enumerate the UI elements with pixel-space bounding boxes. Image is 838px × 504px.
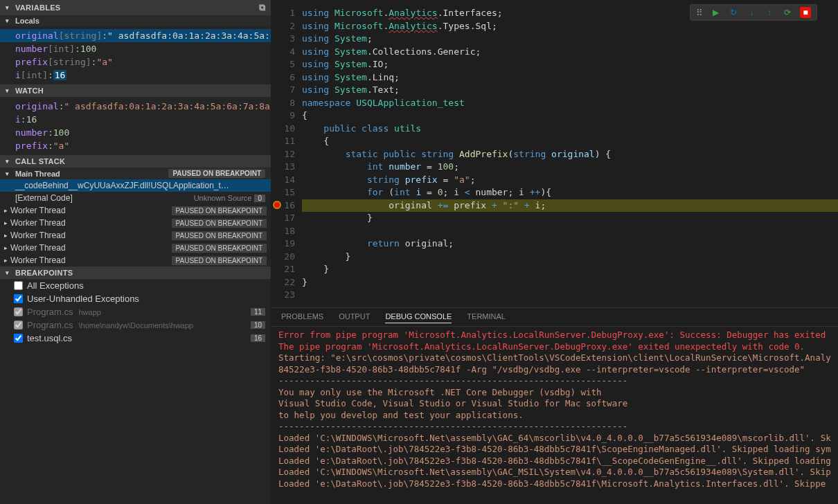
breakpoint-checkbox[interactable]: [14, 334, 23, 343]
watch-title: WATCH: [15, 87, 44, 95]
breakpoint-checkbox[interactable]: [14, 307, 23, 316]
watch-row[interactable]: prefix: "a": [0, 139, 271, 152]
watch-list: original: " asdfasdfa:0a:1a:2a:3a:4a:5a:…: [0, 97, 271, 155]
chevron-down-icon: ▾: [6, 170, 12, 177]
locals-header[interactable]: ▾ Locals: [0, 15, 271, 26]
console-line: The pipe program 'Microsoft.Analytics.Lo…: [278, 341, 831, 353]
restart-button[interactable]: ⟳: [782, 7, 793, 18]
code-line[interactable]: original += prefix + ":" + i;: [302, 199, 838, 213]
console-line: You may only use the Microsoft .NET Core…: [278, 387, 831, 399]
locals-list: original [string]: " asdfasdfa:0a:1a:2a:…: [0, 26, 271, 84]
breakpoint-checkbox[interactable]: [14, 294, 23, 303]
debug-toolbar[interactable]: ⠿ ▶ ↻ ↓ ↑ ⟳ ■: [690, 4, 817, 21]
breakpoints-list: All ExceptionsUser-Unhandled ExceptionsP…: [0, 279, 271, 345]
debug-sidebar: ▾ VARIABLES ⧉ ▾ Locals original [string]…: [0, 0, 271, 504]
debug-console[interactable]: Error from pipe program 'Microsoft.Analy…: [271, 327, 838, 504]
panel-tabs: PROBLEMS OUTPUT DEBUG CONSOLE TERMINAL: [271, 308, 838, 327]
tab-problems[interactable]: PROBLEMS: [281, 312, 323, 323]
breakpoint-checkbox[interactable]: [14, 281, 23, 290]
tab-output[interactable]: OUTPUT: [339, 312, 370, 323]
step-out-button[interactable]: ↑: [764, 7, 775, 18]
console-line: to help you develop and test your applic…: [278, 410, 831, 422]
chevron-down-icon: ▾: [6, 4, 12, 11]
code-line[interactable]: {: [302, 135, 838, 148]
console-line: Error from pipe program 'Microsoft.Analy…: [278, 330, 831, 341]
breakpoints-header[interactable]: ▾ BREAKPOINTS: [0, 267, 271, 279]
code-line[interactable]: using System.IO;: [302, 58, 838, 71]
editor-code[interactable]: using Microsoft.Analytics.Interfaces;usi…: [299, 0, 838, 307]
code-line[interactable]: [302, 289, 838, 302]
main-thread-row[interactable]: ▾ Main Thread PAUSED ON BREAKPOINT: [0, 168, 271, 179]
console-line: ----------------------------------------…: [278, 421, 831, 433]
code-line[interactable]: [302, 225, 838, 238]
step-over-button[interactable]: ↻: [728, 7, 739, 18]
breakpoint-row[interactable]: test.usql.cs16: [0, 332, 271, 345]
tab-terminal[interactable]: TERMINAL: [467, 312, 506, 323]
code-line[interactable]: return original;: [302, 237, 838, 251]
breakpoint-row[interactable]: User-Unhandled Exceptions: [0, 292, 271, 305]
code-line[interactable]: }: [302, 212, 838, 225]
tab-debug-console[interactable]: DEBUG CONSOLE: [385, 312, 452, 323]
console-line: Loaded 'C:\WINDOWS\Microsoft.Net\assembl…: [278, 467, 831, 478]
code-line[interactable]: public class utils: [302, 123, 838, 136]
code-line[interactable]: for (int i = 0; i < number; i ++){: [302, 186, 838, 199]
code-line[interactable]: }: [302, 251, 838, 264]
code-line[interactable]: }: [302, 263, 838, 276]
console-line: Loaded 'e:\DataRoot\.job\784522e3-f3b8-4…: [278, 456, 831, 467]
code-line[interactable]: using System.Collections.Generic;: [302, 46, 838, 59]
console-line: Starting: "e:\src\cosmos\private\cosmos\…: [278, 352, 831, 364]
watch-row[interactable]: i: 16: [0, 113, 271, 126]
console-line: 84522e3-f3b8-4520-86b3-48dbb5c7841f -Arg…: [278, 364, 831, 376]
watch-row[interactable]: original: " asdfasdfa:0a:1a:2a:3a:4a:5a:…: [0, 100, 271, 113]
breakpoint-checkbox[interactable]: [14, 321, 23, 330]
code-line[interactable]: using System.Text;: [302, 84, 838, 97]
watch-header[interactable]: ▾ WATCH: [0, 84, 271, 97]
worker-thread-row[interactable]: ▸Worker ThreadPAUSED ON BREAKPOINT: [0, 229, 271, 242]
code-line[interactable]: using System;: [302, 33, 838, 46]
console-line: Loaded 'C:\WINDOWS\Microsoft.Net\assembl…: [278, 433, 831, 444]
thread-status: PAUSED ON BREAKPOINT: [168, 169, 265, 178]
stack-frame[interactable]: __codeBehind__wCyUUaAxxZJF.dll!USQLAppli…: [0, 179, 271, 192]
chevron-down-icon: ▾: [6, 17, 12, 24]
code-line[interactable]: using System.Linq;: [302, 71, 838, 84]
worker-thread-row[interactable]: ▸Worker ThreadPAUSED ON BREAKPOINT: [0, 242, 271, 254]
variable-row[interactable]: prefix [string]: "a": [0, 55, 271, 69]
editor-gutter[interactable]: 1234567891011121314151617181920212223: [271, 0, 299, 307]
worker-threads: ▸Worker ThreadPAUSED ON BREAKPOINT▸Worke…: [0, 204, 271, 267]
worker-thread-row[interactable]: ▸Worker ThreadPAUSED ON BREAKPOINT: [0, 217, 271, 229]
breakpoint-row[interactable]: Program.cshwapp11: [0, 305, 271, 318]
copy-icon[interactable]: ⧉: [259, 2, 265, 13]
variables-title: VARIABLES: [15, 3, 60, 12]
code-line[interactable]: {: [302, 109, 838, 123]
variable-row[interactable]: original [string]: " asdfasdfa:0a:1a:2a:…: [0, 29, 271, 42]
variable-row[interactable]: i [int]: 16: [0, 69, 271, 82]
code-line[interactable]: string prefix = "a";: [302, 174, 838, 187]
worker-thread-row[interactable]: ▸Worker ThreadPAUSED ON BREAKPOINT: [0, 204, 271, 217]
code-line[interactable]: int number = 100;: [302, 161, 838, 174]
bottom-panel: PROBLEMS OUTPUT DEBUG CONSOLE TERMINAL E…: [271, 307, 838, 504]
worker-thread-row[interactable]: ▸Worker ThreadPAUSED ON BREAKPOINT: [0, 254, 271, 267]
thread-label: Main Thread: [15, 170, 60, 178]
breakpoint-icon[interactable]: [273, 201, 281, 209]
code-line[interactable]: using Microsoft.Analytics.Types.Sql;: [302, 20, 838, 33]
locals-title: Locals: [15, 17, 39, 25]
breakpoints-title: BREAKPOINTS: [15, 269, 73, 277]
code-line[interactable]: namespace USQLApplication_test: [302, 97, 838, 110]
chevron-down-icon: ▾: [6, 87, 12, 94]
code-line[interactable]: }: [302, 276, 838, 289]
step-into-button[interactable]: ↓: [746, 7, 757, 18]
callstack-header[interactable]: ▾ CALL STACK: [0, 155, 271, 168]
watch-row[interactable]: number: 100: [0, 126, 271, 139]
chevron-down-icon: ▾: [6, 158, 12, 165]
breakpoint-row[interactable]: All Exceptions: [0, 279, 271, 292]
code-line[interactable]: static public string AddPrefix(string or…: [302, 148, 838, 161]
stack-frame[interactable]: [External Code]Unknown Source0: [0, 192, 271, 204]
stop-button[interactable]: ■: [800, 7, 811, 18]
variables-header[interactable]: ▾ VARIABLES ⧉: [0, 0, 271, 15]
breakpoint-row[interactable]: Program.cs\home\nandyw\Documents\hwapp10: [0, 318, 271, 332]
code-editor[interactable]: 1234567891011121314151617181920212223 us…: [271, 0, 838, 307]
console-line: Visual Studio Code, Visual Studio or Vis…: [278, 398, 831, 410]
continue-button[interactable]: ▶: [710, 7, 721, 18]
variable-row[interactable]: number [int]: 100: [0, 42, 271, 55]
drag-handle-icon[interactable]: ⠿: [696, 8, 703, 18]
